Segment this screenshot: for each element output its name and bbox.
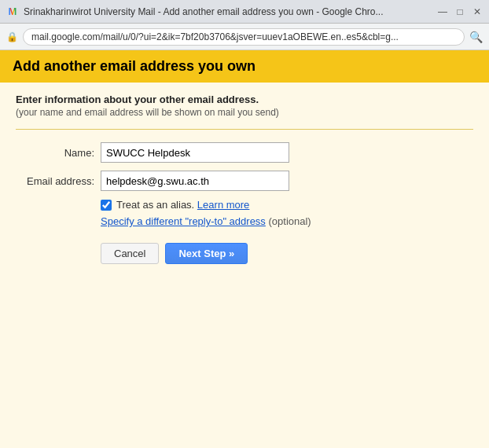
alias-checkbox-row: Treat as an alias. Learn more	[101, 199, 473, 211]
next-step-button[interactable]: Next Step »	[165, 243, 248, 264]
lock-icon: 🔒	[6, 31, 18, 42]
name-input[interactable]	[101, 142, 289, 163]
window-controls: — □ ✕	[437, 6, 483, 17]
section-subtitle: (your name and email address will be sho…	[16, 107, 473, 118]
page-title: Add another email address you own	[13, 58, 476, 75]
favicon: M	[6, 6, 19, 18]
reply-to-row: Specify a different "reply-to" address (…	[101, 215, 473, 227]
restore-button[interactable]: □	[454, 6, 465, 17]
email-row: Email address:	[16, 171, 473, 191]
buttons-row: Cancel Next Step »	[101, 243, 473, 264]
section-title: Enter information about your other email…	[16, 94, 473, 105]
name-row: Name:	[16, 142, 473, 163]
page-header: Add another email address you own	[0, 50, 489, 83]
close-button[interactable]: ✕	[472, 6, 483, 17]
reply-to-link[interactable]: Specify a different "reply-to" address	[101, 215, 266, 227]
window-title: Srinakharinwirot University Mail - Add a…	[24, 6, 437, 17]
cancel-button[interactable]: Cancel	[101, 243, 159, 264]
treat-alias-checkbox[interactable]	[101, 200, 112, 211]
address-bar: 🔒 mail.google.com/mail/u/0/?ui=2&ik=7bf2…	[0, 24, 489, 50]
email-input[interactable]	[101, 171, 289, 191]
name-label: Name:	[16, 147, 94, 159]
optional-label: (optional)	[269, 215, 311, 227]
page-content: Add another email address you own Enter …	[0, 50, 489, 448]
gmail-icon: M	[9, 6, 17, 17]
url-bar[interactable]: mail.google.com/mail/u/0/?ui=2&ik=7bf20b…	[23, 28, 465, 46]
main-section: Enter information about your other email…	[0, 83, 489, 275]
learn-more-link[interactable]: Learn more	[197, 199, 249, 211]
search-icon[interactable]: 🔍	[469, 31, 483, 43]
minimize-button[interactable]: —	[437, 6, 448, 17]
email-label: Email address:	[16, 175, 94, 187]
treat-alias-label: Treat as an alias.	[116, 199, 194, 211]
title-bar: M Srinakharinwirot University Mail - Add…	[0, 0, 489, 24]
divider	[16, 129, 473, 130]
